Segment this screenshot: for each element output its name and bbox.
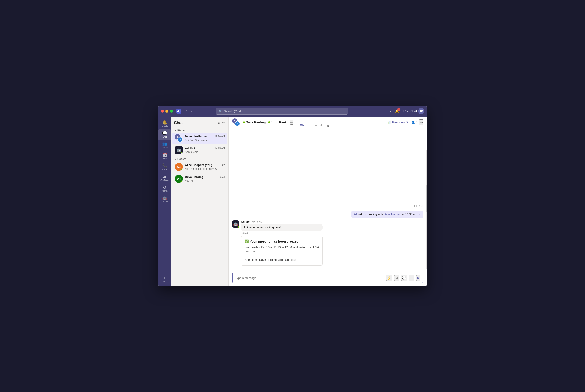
adi-bot-name-row: Adi Bot 12:13 AM [185,146,225,150]
meeting-card: ✅ Your meeting has been created! Wednesd… [241,236,323,266]
sidebar-more-label: ··· [164,270,165,272]
alice-time: 10/2 [220,164,225,166]
sidebar-item-chat[interactable]: 💬 Chat [158,130,171,140]
msg-timestamp: 12:14 AM [232,205,423,208]
filter-icon[interactable]: ≡ [217,120,220,126]
scrollbar-track[interactable] [426,150,427,269]
chat-panel-header: Chat ··· ≡ ✏ [171,117,228,128]
sidebar-item-apps[interactable]: ＋ Apps [158,274,171,284]
titlebar-right: ··· 🔔 2 TEAMCAL AI AC [390,108,424,114]
msg-right-text: Adi set up meeting with Dave Harding at … [353,212,416,216]
send-button[interactable]: ➤ [416,275,420,281]
dave-john-name: Dave Harding and ... [185,135,212,138]
close-button[interactable] [161,110,164,113]
chat-item-dave[interactable]: DH Dave Harding 6/14 You: hi [172,173,227,184]
sidebar-item-teams[interactable]: 👥 Teams [158,140,171,150]
sidebar-item-calendar[interactable]: 📅 Calendar [158,151,171,162]
more-options-icon[interactable]: ··· [211,120,215,126]
titlebar: ‹ › 🔍 Search (Cmd+E) ··· 🔔 2 TEAMCAL AI … [158,106,427,117]
dave-name-row: Dave Harding 6/14 [185,175,225,178]
dave-online-dot [243,122,245,123]
search-icon: 🔍 [219,110,222,113]
sidebar-item-calls[interactable]: 📞 Calls [158,162,171,172]
sidebar-label-activity: Activity [162,125,168,127]
onedrive-icon: ☁ [163,174,167,178]
header-tabs: Chat Shared ⊕ [297,119,331,126]
teams-window: ‹ › 🔍 Search (Cmd+E) ··· 🔔 2 TEAMCAL AI … [158,106,427,286]
header-avatars: D J [232,118,240,126]
tab-chat[interactable]: Chat [297,122,309,129]
chat-more-button[interactable]: ··· [419,120,423,125]
pinned-arrow-icon: ▼ [174,129,177,132]
sticker-icon[interactable]: 💬 [401,275,407,281]
bot-online-dot [238,226,240,228]
messages-area: 12:14 AM Adi set up meeting with Dave Ha… [229,128,427,270]
edit-name-button[interactable]: ✏ [290,120,293,124]
pinned-section-header[interactable]: ▼ Pinned [171,128,228,132]
new-chat-icon[interactable]: ✏ [221,120,226,126]
sidebar-label-adibot: Adi Bot [161,201,168,203]
alice-info: Alice Coopers (You) 10/2 You: materials … [185,163,225,171]
participants-icon: 👤 [412,120,415,124]
scrollbar-thumb[interactable] [426,186,427,212]
nav-arrows: ‹ › [184,108,193,114]
dave-john-preview: Adi Bot: Sent a card [185,139,208,142]
notifications-button[interactable]: 🔔 2 [395,109,399,113]
msg-right-row: Adi set up meeting with Dave Harding at … [232,211,423,218]
message-input-box: ⚡ ☺ 💬 ＋ ➤ [232,272,423,283]
sidebar-label-calendar: Calendar [161,158,169,160]
attach-icon[interactable]: ＋ [409,275,414,281]
sidebar-item-activity[interactable]: 🔔 Activity [158,118,171,129]
john-online-dot [268,122,270,123]
activity-icon: 🔔 [162,120,167,124]
bot-sender-name: Adi Bot [241,220,250,224]
chat-icon: 💬 [162,131,167,135]
header-name-area: Dave Harding , John Rank [243,120,287,124]
apps-icon: ＋ [163,276,167,280]
user-profile-button[interactable]: TEAMCAL AI AC [401,108,424,114]
dave-online [180,180,182,182]
tab-shared[interactable]: Shared [309,122,325,129]
sidebar-item-onedrive[interactable]: ☁ OneDrive [158,173,171,183]
sidebar-more-button[interactable]: ··· [158,268,171,274]
main-layout: 🔔 Activity 💬 Chat 👥 Teams 📅 Calendar 📞 C… [158,117,427,286]
alice-online [180,169,182,171]
pinned-label: Pinned [177,129,186,132]
chat-panel: Chat ··· ≡ ✏ ▼ Pinned D J [171,117,229,286]
calendar-icon: 📅 [162,153,167,157]
admin-icon: ⚙ [163,185,166,189]
recent-section-header[interactable]: ▼ Recent [171,156,228,161]
message-input[interactable] [235,276,384,280]
bot-msg-time: 12:14 AM [252,221,262,223]
message-input-area: ⚡ ☺ 💬 ＋ ➤ [229,270,427,286]
more-options-button[interactable]: ··· [390,110,393,113]
dave-name: Dave Harding [185,175,203,178]
format-icon[interactable]: ⚡ [386,275,392,281]
adi-bot-online [180,152,182,154]
bot-avatar-large: 🤖 [232,220,239,228]
nav-back-button[interactable]: ‹ [184,108,188,114]
add-tab-button[interactable]: ⊕ [325,122,331,129]
meet-now-label: Meet now [392,120,405,124]
maximize-button[interactable] [170,110,173,113]
chat-item-dave-john[interactable]: D J Dave Harding and ... 12:14 AM Adi Bo… [172,132,227,144]
meeting-card-detail-1: Wednesday, Oct 16 at 11:30 to 12:00 in H… [245,245,319,254]
adi-link: Adi [353,212,358,216]
recent-label: Recent [177,158,186,160]
chat-item-adi-bot[interactable]: 🤖 Adi Bot 12:13 AM Sent a card [172,144,227,156]
dave-john-time: 12:14 AM [215,135,225,138]
recent-arrow-icon: ▼ [174,158,177,160]
minimize-button[interactable] [165,110,168,113]
search-bar[interactable]: 🔍 Search (Cmd+E) [216,108,348,115]
sidebar-item-adibot[interactable]: 🤖 Adi Bot [158,194,171,204]
chat-panel-title: Chat [174,120,183,125]
chat-item-alice[interactable]: AC Alice Coopers (You) 10/2 You: materia… [172,161,227,173]
meet-now-button[interactable]: 📊 Meet now ▾ [386,120,410,125]
emoji-icon[interactable]: ☺ [394,275,399,281]
nav-forward-button[interactable]: › [189,108,193,114]
sidebar-label-teams: Teams [162,146,168,149]
sidebar-item-admin[interactable]: ⚙ Admin [158,184,171,194]
header-j-avatar: J [235,121,240,126]
msg-left-content: Adi Bot 12:14 AM Setting up your meeting… [241,220,323,266]
sidebar-bottom: ··· ＋ Apps [158,268,171,285]
